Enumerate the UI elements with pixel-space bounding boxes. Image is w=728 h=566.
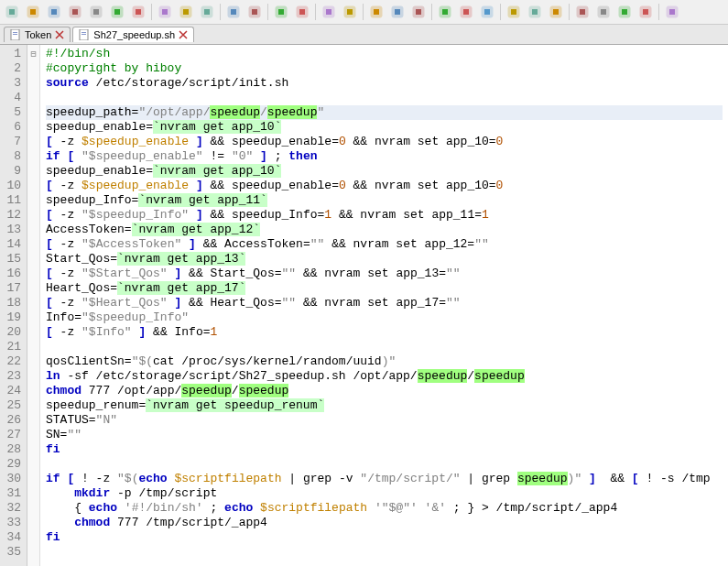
undo-button[interactable] <box>223 2 244 22</box>
fold-marker[interactable] <box>27 486 39 501</box>
fold-marker[interactable] <box>27 164 39 179</box>
code-line[interactable] <box>46 457 723 472</box>
save-all-button[interactable] <box>65 2 85 22</box>
tab-token[interactable]: Token <box>4 27 71 42</box>
code-line[interactable]: speedup_renum=`nvram get speedup_renum` <box>46 398 723 413</box>
code-line[interactable]: [ -z "$AccessToken" ] && AccessToken="" … <box>46 237 723 252</box>
code-line[interactable]: [ -z "$Heart_Qos" ] && Heart_Qos="" && n… <box>46 296 723 310</box>
find-button[interactable] <box>271 2 291 22</box>
fold-marker[interactable] <box>27 296 39 310</box>
copy-button[interactable] <box>176 2 196 22</box>
format2-button[interactable] <box>340 2 360 22</box>
fold-marker[interactable] <box>27 472 39 486</box>
code-line[interactable]: speedup_enable=`nvram get app_10` <box>46 120 723 135</box>
code-line[interactable] <box>46 91 723 105</box>
fold-marker[interactable] <box>27 310 39 325</box>
code-line[interactable]: STATUS="N" <box>46 413 723 428</box>
close-icon[interactable] <box>55 30 64 39</box>
tab-sh27-speedup-sh[interactable]: Sh27_speedup.sh <box>72 27 194 42</box>
ff-button[interactable] <box>636 2 656 22</box>
play-button[interactable] <box>614 2 635 22</box>
code-line[interactable]: chmod 777 /tmp/script/_app4 <box>46 516 723 530</box>
code-line[interactable]: qosClientSn="$(cat /proc/sys/kernel/rand… <box>46 354 723 369</box>
fold-marker[interactable]: ⊟ <box>27 47 39 61</box>
code-area[interactable]: #!/bin/sh#copyright by hiboysource /etc/… <box>40 45 728 566</box>
code-line[interactable]: if [ ! -z "$(echo $scriptfilepath | grep… <box>46 472 723 486</box>
stop-button[interactable] <box>593 2 614 22</box>
code-line[interactable]: speedup_path="/opt/app/speedup/speedup" <box>46 105 723 120</box>
save-button[interactable] <box>44 2 64 22</box>
paste-button[interactable] <box>197 2 217 22</box>
fold-marker[interactable] <box>27 413 39 428</box>
code-line[interactable]: fi <box>46 530 723 545</box>
fold-marker[interactable] <box>27 193 39 208</box>
fold-marker[interactable] <box>27 267 39 281</box>
fold-marker[interactable] <box>27 237 39 252</box>
open-button[interactable] <box>23 2 43 22</box>
fold-marker[interactable] <box>27 340 39 354</box>
code-line[interactable]: [ -z "$Info" ] && Info=1 <box>46 325 723 340</box>
fold-marker[interactable] <box>27 61 39 76</box>
close-all-button[interactable] <box>107 2 127 22</box>
format-button[interactable] <box>319 2 339 22</box>
doc-button[interactable] <box>504 2 524 22</box>
code-line[interactable]: [ -z $speedup_enable ] && speedup_enable… <box>46 179 723 193</box>
eye-button[interactable] <box>546 2 566 22</box>
code-line[interactable] <box>46 340 723 354</box>
fold-marker[interactable] <box>27 428 39 442</box>
fold-marker[interactable] <box>27 384 39 398</box>
replace-button[interactable] <box>292 2 312 22</box>
fold-marker[interactable] <box>27 135 39 149</box>
fold-marker[interactable] <box>27 105 39 120</box>
code-line[interactable]: mkdir -p /tmp/script <box>46 486 723 501</box>
align-c-button[interactable] <box>456 2 476 22</box>
fold-marker[interactable] <box>27 369 39 384</box>
fold-marker[interactable] <box>27 516 39 530</box>
fold-marker[interactable] <box>27 501 39 516</box>
code-line[interactable]: fi <box>46 442 723 457</box>
cut-button[interactable] <box>155 2 175 22</box>
code-line[interactable]: source /etc/storage/script/init.sh <box>46 76 723 91</box>
fold-marker[interactable] <box>27 354 39 369</box>
fold-marker[interactable] <box>27 325 39 340</box>
code-line[interactable]: [ -z "$speedup_Info" ] && speedup_Info=1… <box>46 208 723 223</box>
code-line[interactable]: if [ "$speedup_enable" != "0" ] ; then <box>46 149 723 164</box>
code-line[interactable]: speedup_Info=`nvram get app_11` <box>46 193 723 208</box>
align-r-button[interactable] <box>477 2 497 22</box>
code-line[interactable]: SN="" <box>46 428 723 442</box>
code-line[interactable]: AccessToken=`nvram get app_12` <box>46 223 723 237</box>
fold-marker[interactable] <box>27 442 39 457</box>
fold-marker[interactable] <box>27 91 39 105</box>
fold-marker[interactable] <box>27 120 39 135</box>
code-line[interactable]: speedup_enable=`nvram get app_10` <box>46 164 723 179</box>
fold-marker[interactable] <box>27 398 39 413</box>
fold-marker[interactable] <box>27 530 39 545</box>
tool1-button[interactable] <box>366 2 386 22</box>
code-line[interactable]: #copyright by hiboy <box>46 61 723 76</box>
fold-marker[interactable] <box>27 208 39 223</box>
align-l-button[interactable] <box>435 2 455 22</box>
code-line[interactable]: ln -sf /etc/storage/script/Sh27_speedup.… <box>46 369 723 384</box>
run-button[interactable] <box>662 2 682 22</box>
fold-marker[interactable] <box>27 76 39 91</box>
tool2-button[interactable] <box>387 2 407 22</box>
tool3-button[interactable] <box>408 2 429 22</box>
redo-button[interactable] <box>244 2 265 22</box>
code-line[interactable]: { echo '#!/bin/sh' ; echo $scriptfilepat… <box>46 501 723 516</box>
record-button[interactable] <box>572 2 592 22</box>
code-line[interactable]: [ -z "$Start_Qos" ] && Start_Qos="" && n… <box>46 267 723 281</box>
fold-marker[interactable] <box>27 179 39 193</box>
fold-marker[interactable] <box>27 545 39 560</box>
fold-marker[interactable] <box>27 149 39 164</box>
code-line[interactable]: chmod 777 /opt/app/speedup/speedup <box>46 384 723 398</box>
fold-marker[interactable] <box>27 457 39 472</box>
fold-marker[interactable] <box>27 252 39 267</box>
close-icon[interactable] <box>179 30 188 39</box>
code-line[interactable]: #!/bin/sh <box>46 47 723 61</box>
code-line[interactable]: Heart_Qos=`nvram get app_17` <box>46 281 723 296</box>
print-button[interactable] <box>128 2 148 22</box>
code-line[interactable]: Info="$speedup_Info" <box>46 310 723 325</box>
fold-marker[interactable] <box>27 281 39 296</box>
code-line[interactable]: [ -z $speedup_enable ] && speedup_enable… <box>46 135 723 149</box>
new-file-button[interactable] <box>2 2 22 22</box>
